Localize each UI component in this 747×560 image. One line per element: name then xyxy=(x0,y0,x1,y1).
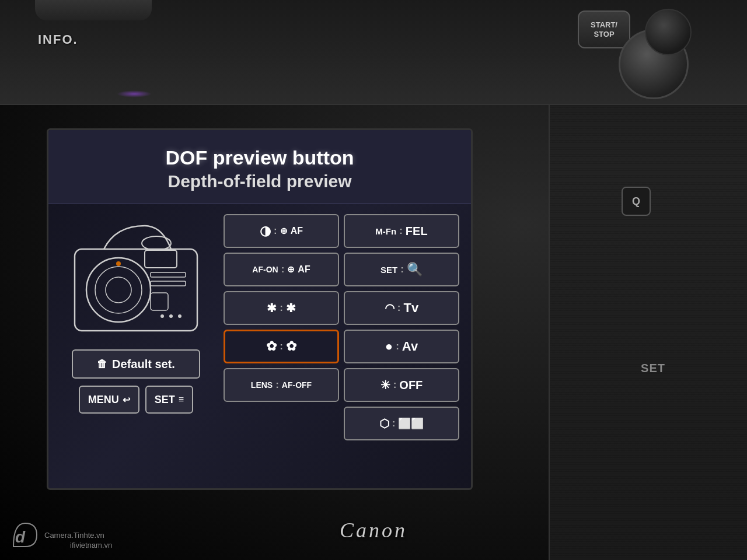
sep4: : xyxy=(400,264,404,275)
canon-logo: Canon xyxy=(340,518,407,542)
lcd-screen: DOF preview button Depth-of-field previe… xyxy=(47,128,473,490)
svg-rect-5 xyxy=(151,272,186,277)
default-set-label: Default set. xyxy=(112,358,175,371)
default-set-button[interactable]: 🗑 Default set. xyxy=(72,349,200,379)
set-label: SET xyxy=(155,394,175,406)
svg-text:d: d xyxy=(15,528,26,546)
dof-icon-right: ✿ xyxy=(286,339,296,354)
screen-title-line1: DOF preview button xyxy=(60,146,459,169)
site2-text: ifivietnam.vn xyxy=(70,541,112,550)
frames-icon: ⬜⬜ xyxy=(398,417,424,430)
top-grip xyxy=(35,0,152,20)
set-label-opt: SET xyxy=(381,265,397,275)
star-icon: ✳ xyxy=(381,378,390,392)
screen-header: DOF preview button Depth-of-field previe… xyxy=(48,130,471,204)
svg-point-3 xyxy=(106,277,131,303)
svg-rect-0 xyxy=(75,249,197,331)
option-dial-tv[interactable]: ◠ : Tv xyxy=(344,291,459,325)
sep2: : xyxy=(399,225,403,237)
caf-icon-1: ⊕ xyxy=(280,226,288,236)
star-label-1: ✱ xyxy=(267,301,277,315)
sep9: : xyxy=(275,379,279,391)
q-button[interactable]: Q xyxy=(622,187,651,216)
set-button[interactable]: SET ≡ xyxy=(145,386,193,414)
option-shutter-af[interactable]: ◑ : ⊕ AF xyxy=(224,214,339,248)
sep3: : xyxy=(281,264,285,275)
svg-rect-11 xyxy=(151,293,168,310)
option-dot-av[interactable]: ● : Av xyxy=(344,330,459,363)
screen-title-line2: Depth-of-field preview xyxy=(60,172,459,191)
watermark-site2: ifivietnam.vn xyxy=(70,541,112,550)
star-label-2: ✱ xyxy=(286,301,296,315)
svg-point-1 xyxy=(86,258,151,322)
option-star-off[interactable]: ✳ : OFF xyxy=(344,368,459,402)
av-label: Av xyxy=(402,339,418,354)
sep11: : xyxy=(392,418,396,429)
tv-label: Tv xyxy=(403,300,418,316)
svg-point-10 xyxy=(178,314,181,318)
screen-body: 🗑 Default set. MENU ↩ SET ≡ ◑ : xyxy=(48,204,471,451)
svg-rect-6 xyxy=(151,281,186,286)
option-dof-selected[interactable]: ✿ : ✿ xyxy=(224,330,339,363)
camera-outline-svg xyxy=(69,214,203,342)
shutter-icon: ◑ xyxy=(260,223,271,239)
off-label: OFF xyxy=(399,379,423,392)
menu-arrow-icon: ↩ xyxy=(123,394,130,405)
start-stop-label: START/STOP xyxy=(591,20,617,38)
option-afon-af[interactable]: AF-ON : ⊕ AF xyxy=(224,253,339,286)
sep6: : xyxy=(397,302,401,314)
site1-text: Camera.Tinhte.vn xyxy=(44,531,104,540)
fel-label: FEL xyxy=(406,225,428,238)
sep10: : xyxy=(393,379,397,391)
eraser-icon: ⬡ xyxy=(379,416,389,430)
svg-point-9 xyxy=(169,314,173,318)
camera-diagram-section: 🗑 Default set. MENU ↩ SET ≡ xyxy=(60,214,212,440)
option-eraser-frames[interactable]: ⬡ : ⬜⬜ xyxy=(344,407,459,440)
bottom-buttons: MENU ↩ SET ≡ xyxy=(79,386,193,414)
options-grid: ◑ : ⊕ AF M-Fn : FEL AF-ON : ⊕ AF SET : 🔍 xyxy=(224,214,459,440)
q-label: Q xyxy=(632,195,640,208)
info-button[interactable]: INFO. xyxy=(38,32,78,47)
option-star-star[interactable]: ✱ : ✱ xyxy=(224,291,339,325)
option-lens-afoff[interactable]: LENS : AF-OFF xyxy=(224,368,339,402)
option-mfn-fel[interactable]: M-Fn : FEL xyxy=(344,214,459,248)
afoff-label: AF-OFF xyxy=(282,380,312,390)
sep8: : xyxy=(396,341,399,352)
menu-button[interactable]: MENU ↩ xyxy=(79,386,139,414)
watermark-site1: Camera.Tinhte.vn xyxy=(44,531,104,540)
afon-label: AF-ON xyxy=(252,265,278,274)
dot-icon: ● xyxy=(385,339,393,354)
svg-point-8 xyxy=(160,314,164,318)
svg-rect-4 xyxy=(145,250,177,268)
dial-icon: ◠ xyxy=(385,301,395,315)
set-list-icon: ≡ xyxy=(179,394,184,405)
trash-icon: 🗑 xyxy=(97,358,107,370)
sub-dial[interactable] xyxy=(645,9,692,55)
svg-point-2 xyxy=(95,267,142,313)
menu-label: MENU xyxy=(88,394,119,406)
zoom-icon: 🔍 xyxy=(407,262,423,277)
svg-point-12 xyxy=(116,261,121,266)
af-label-1: AF xyxy=(291,226,303,236)
svg-point-7 xyxy=(142,236,171,250)
af-label-2: AF xyxy=(298,264,310,275)
dh-logo-svg: d xyxy=(11,520,40,550)
caf-icon-2: ⊕ xyxy=(287,264,295,275)
start-stop-button[interactable]: START/STOP xyxy=(578,10,630,48)
sep7: : xyxy=(280,341,283,352)
mfn-label: M-Fn xyxy=(375,226,396,236)
sep5: : xyxy=(280,302,283,314)
purple-accent-light xyxy=(117,90,152,97)
option-set-zoom[interactable]: SET : 🔍 xyxy=(344,253,459,286)
sep1: : xyxy=(274,225,277,237)
set-label-right: SET xyxy=(641,362,665,375)
lens-label: LENS xyxy=(251,380,273,390)
dof-icon-left: ✿ xyxy=(266,339,277,354)
